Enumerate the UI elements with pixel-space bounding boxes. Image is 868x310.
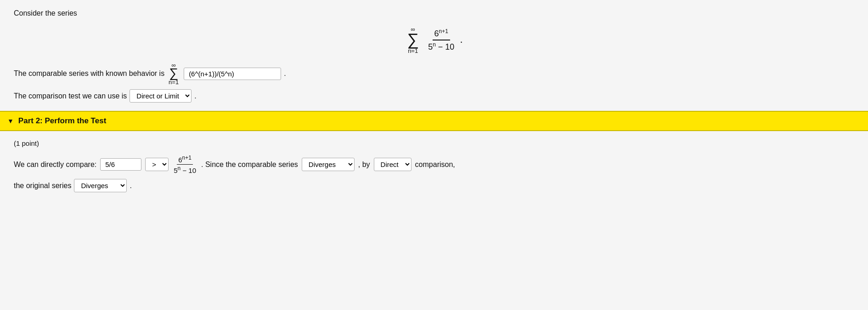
compare-frac-den-exp: n (178, 165, 181, 172)
comparison-test-row: The comparison test we can use is Direct… (14, 89, 854, 103)
compare-frac-num: 6n+1 (177, 155, 193, 165)
original-result-select[interactable]: Diverges Converges (74, 179, 127, 192)
compare-row: We can directly compare: > < = 6n+1 5n −… (14, 155, 854, 174)
intro-section: Consider the series ∞ ∑ n=1 6n+1 5n − 10… (14, 9, 854, 54)
main-numerator: 6n+1 (433, 28, 450, 40)
since-label: . Since the comparable series (201, 161, 298, 169)
comparable-sigma-limits: ∞ ∑ n=1 (167, 62, 180, 86)
part2-title: Part 2: Perform the Test (18, 116, 106, 126)
main-fraction: 6n+1 5n − 10 (426, 28, 456, 52)
comparison-label: comparison, (415, 161, 455, 169)
part2-bar: ▼ Part 2: Perform the Test (0, 111, 868, 131)
directly-compare-label: We can directly compare: (14, 161, 96, 169)
comparable-series-label: The comparable series with known behavio… (14, 69, 164, 78)
compare-frac-den: 5n − 10 (172, 165, 197, 174)
comparison-test-label: The comparison test we can use is (14, 92, 127, 100)
main-num-exp: n+1 (439, 28, 448, 34)
sigma-symbol: ∑ (407, 30, 419, 49)
comparable-series-input[interactable] (184, 68, 281, 80)
by-label: , by (358, 161, 370, 169)
main-series-period: . (460, 34, 463, 45)
comparable-series-row: The comparable series with known behavio… (14, 62, 854, 86)
original-period: . (130, 182, 131, 190)
sigma-limits: ∞ ∑ n=1 (405, 26, 421, 54)
sigma-lower: n=1 (408, 47, 418, 54)
comparison-test-select[interactable]: Direct or Limit Direct Limit (130, 89, 192, 103)
compare-fraction: 6n+1 5n − 10 (172, 155, 197, 174)
main-series: ∞ ∑ n=1 6n+1 5n − 10 . (14, 26, 854, 54)
comparable-series-dot: . (284, 69, 286, 78)
compare-operator-select[interactable]: > < = (145, 158, 169, 171)
comparable-sigma-lower: n=1 (169, 79, 179, 86)
original-series-label: the original series (14, 182, 71, 190)
comparison-test-period: . (194, 92, 196, 100)
main-denominator: 5n − 10 (426, 40, 456, 52)
part2-content: (1 point) We can directly compare: > < =… (14, 139, 854, 192)
triangle-icon: ▼ (7, 117, 14, 125)
comparable-behavior-select[interactable]: Diverges Converges (302, 158, 355, 171)
direct-select[interactable]: Direct Limit (374, 158, 411, 171)
compare-value-input[interactable] (100, 158, 141, 171)
point-label: (1 point) (14, 139, 854, 147)
compare-frac-num-exp: n+1 (182, 155, 192, 161)
main-den-exp: n (433, 41, 436, 48)
intro-text: Consider the series (14, 9, 854, 17)
original-series-row: the original series Diverges Converges . (14, 179, 854, 192)
